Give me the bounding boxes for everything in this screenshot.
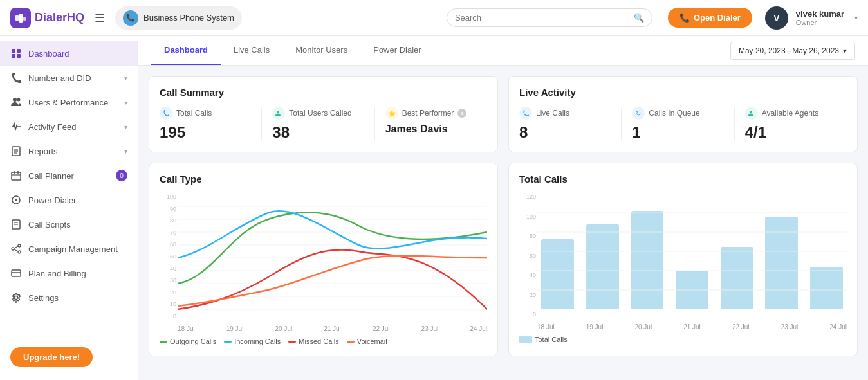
main-content: Dashboard Live Calls Monitor Users Power…: [138, 36, 868, 380]
agents-icon: [745, 107, 758, 120]
sidebar-label-activity: Activity Feed: [28, 122, 76, 132]
logo-text: DialerHQ: [35, 11, 84, 24]
sidebar-label-call-scripts: Call Scripts: [28, 220, 71, 230]
header: DialerHQ ☰ 📞 Business Phone System 🔍 📞 O…: [0, 0, 868, 36]
user-name: vivek kumar: [796, 9, 844, 19]
svg-rect-6: [17, 54, 21, 58]
live-stats: Live Calls 8 ↻ Calls In Queue 1: [519, 107, 847, 141]
sidebar-item-campaign-management[interactable]: Campaign Management: [0, 237, 138, 261]
legend-voicemail: Voicemail: [347, 338, 387, 345]
summary-stats: Total Calls 195 Total Users Called 38: [160, 107, 487, 141]
sidebar-item-call-scripts[interactable]: Call Scripts: [0, 212, 138, 237]
user-chevron-icon[interactable]: ▾: [854, 14, 858, 21]
sidebar: Dashboard Number and DID ▾ Users & Perfo…: [0, 36, 138, 380]
bar-value: [721, 247, 753, 309]
call-type-chart-area: 0 10 20 30 40 50 60 70 80 90 100: [160, 194, 487, 332]
call-planner-icon: [10, 170, 22, 181]
campaign-icon: [10, 243, 22, 255]
best-performer-stat: ⭐ Best Performer i James Davis: [375, 107, 487, 141]
total-calls-card: Total Calls 0 20 40 60 80 100 120: [508, 163, 858, 356]
sidebar-item-number-did[interactable]: Number and DID ▾: [0, 66, 138, 90]
y-axis-labels: 0 10 20 30 40 50 60 70 80 90 100: [160, 194, 176, 320]
bar-value: [541, 239, 574, 309]
user-role: Owner: [796, 19, 844, 26]
svg-rect-27: [12, 270, 21, 276]
logo: DialerHQ: [10, 8, 84, 28]
info-icon[interactable]: i: [457, 109, 466, 118]
hamburger-button[interactable]: ☰: [92, 8, 107, 28]
svg-rect-4: [17, 49, 21, 53]
search-input[interactable]: [455, 13, 629, 23]
call-planner-badge: 0: [116, 170, 127, 181]
svg-point-29: [277, 111, 279, 113]
svg-point-18: [15, 199, 17, 201]
bar-23jul: [761, 194, 802, 309]
sidebar-item-plan-billing[interactable]: Plan and Billing: [0, 261, 138, 285]
bar-chart: [537, 194, 847, 322]
svg-line-26: [14, 249, 18, 251]
tab-dashboard[interactable]: Dashboard: [151, 36, 221, 65]
calendar-chevron-icon: ▾: [843, 46, 847, 55]
call-scripts-icon: [10, 219, 22, 230]
star-icon: ⭐: [385, 107, 398, 120]
sidebar-item-settings[interactable]: Settings: [0, 285, 138, 310]
total-calls-stat: Total Calls 195: [160, 107, 262, 141]
bar-value: [765, 217, 798, 309]
svg-rect-5: [12, 54, 15, 58]
tab-monitor-users[interactable]: Monitor Users: [282, 36, 360, 65]
sidebar-item-dashboard[interactable]: Dashboard: [0, 41, 138, 66]
call-type-card: Call Type 0 10 20 30 40 50 60 70 80 90 1…: [149, 163, 498, 356]
total-users-stat: Total Users Called 38: [262, 107, 374, 141]
business-phone-selector[interactable]: 📞 Business Phone System: [115, 6, 242, 30]
available-agents-value: 4/1: [745, 123, 836, 141]
sidebar-footer: Upgrade here!: [0, 339, 138, 375]
total-calls-label: Total Calls: [160, 107, 251, 120]
open-dialer-button[interactable]: 📞 Open Dialer: [668, 8, 752, 28]
call-type-svg: [178, 194, 487, 322]
tab-power-dialer[interactable]: Power Dialer: [360, 36, 434, 65]
total-calls-chart-area: 0 20 40 60 80 100 120: [519, 194, 847, 330]
legend-missed: Missed Calls: [288, 338, 338, 345]
svg-rect-0: [15, 15, 19, 21]
bar-22jul: [716, 194, 757, 309]
total-calls-value: 195: [160, 123, 251, 141]
users-icon: [10, 96, 22, 108]
svg-point-22: [12, 248, 14, 250]
missed-legend-dot: [288, 341, 296, 343]
dialer-phone-icon: 📞: [679, 13, 690, 23]
total-calls-legend-item: Total Calls: [519, 336, 568, 343]
dashboard-icon: [10, 48, 22, 59]
sidebar-item-users-performance[interactable]: Users & Performance ▾: [0, 90, 138, 114]
svg-point-30: [750, 111, 752, 113]
business-name: Business Phone System: [143, 13, 234, 23]
logo-icon: [10, 8, 31, 28]
bar-20jul: [627, 194, 668, 309]
sidebar-label-users: Users & Performance: [28, 98, 108, 107]
chevron-icon: ▾: [124, 123, 127, 131]
sidebar-label-reports: Reports: [28, 147, 58, 156]
date-range-text: May 20, 2023 - May 26, 2023: [739, 46, 839, 55]
tab-live-calls[interactable]: Live Calls: [221, 36, 282, 65]
calls-in-queue-value: 1: [632, 123, 723, 141]
svg-rect-13: [12, 172, 21, 180]
date-range-picker[interactable]: May 20, 2023 - May 26, 2023 ▾: [730, 42, 855, 60]
sidebar-label-settings: Settings: [28, 293, 59, 303]
sidebar-item-call-planner[interactable]: Call Planner 0: [0, 163, 138, 188]
search-bar[interactable]: 🔍: [447, 8, 652, 27]
sidebar-label-campaign: Campaign Management: [28, 244, 118, 254]
svg-point-23: [18, 244, 21, 247]
phone-icon: [10, 72, 22, 84]
chevron-icon: ▾: [124, 99, 127, 106]
available-agents-stat: Available Agents 4/1: [735, 107, 847, 141]
sidebar-item-reports[interactable]: Reports ▾: [0, 139, 138, 163]
upgrade-button[interactable]: Upgrade here!: [10, 347, 93, 367]
sidebar-item-activity-feed[interactable]: Activity Feed ▾: [0, 114, 138, 139]
svg-point-24: [18, 251, 21, 253]
sidebar-item-power-dialer[interactable]: Power Dialer: [0, 188, 138, 212]
sidebar-label-dashboard: Dashboard: [28, 49, 69, 59]
total-calls-legend-dot: [519, 336, 532, 343]
svg-line-25: [14, 246, 18, 248]
call-type-x-labels: 18 Jul 19 Jul 20 Jul 21 Jul 22 Jul 23 Ju…: [178, 325, 487, 332]
svg-point-8: [17, 98, 21, 102]
total-users-value: 38: [272, 123, 364, 141]
